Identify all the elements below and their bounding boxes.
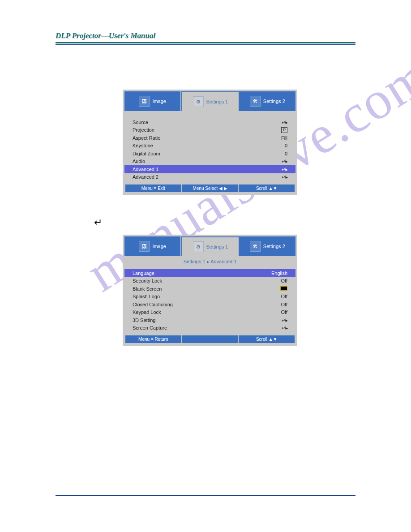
- menu-row-value: Off: [281, 302, 287, 307]
- menu-row-label: Audio: [133, 159, 145, 164]
- tab-settings2[interactable]: 🛠 Settings 2: [240, 91, 295, 111]
- menu-row[interactable]: Keypad LockOff: [124, 309, 295, 317]
- footer-rule: [56, 495, 355, 496]
- menu-row-value: 0: [285, 143, 287, 148]
- menu-row[interactable]: Splash LogoOff: [124, 293, 295, 301]
- menu-row-label: Digital Zoom: [133, 151, 160, 156]
- menu-row-label: Advanced 2: [133, 174, 158, 180]
- tab-image[interactable]: 🖼 Image: [124, 91, 181, 111]
- gear-icon: ⚙: [193, 241, 204, 252]
- menu-row[interactable]: Digital Zoom0: [124, 150, 295, 158]
- menu-row-value: Off: [281, 278, 287, 283]
- tab-label: Settings 1: [206, 99, 228, 104]
- osd2-navbar: Menu = Return Scroll ▲▼: [124, 335, 295, 344]
- tab-label: Settings 2: [263, 99, 285, 104]
- menu-row-value: [280, 286, 287, 292]
- header-rule-2: [56, 44, 355, 45]
- menu-row-label: Security Lock: [133, 278, 162, 283]
- page-header: DLP Projector—User's Manual: [56, 31, 355, 45]
- menu-row[interactable]: Advanced 2: [124, 173, 295, 181]
- menu-row[interactable]: Keystone0: [124, 142, 295, 150]
- menu-row[interactable]: ProjectionP: [124, 126, 295, 134]
- osd-tabs: 🖼 Image ⚙ Settings 1 🛠 Settings 2: [124, 91, 295, 111]
- menu-row[interactable]: Aspect RatioFill: [124, 134, 295, 142]
- osd1-menu-list: SourceProjectionPAspect RatioFillKeyston…: [124, 111, 295, 184]
- menu-row[interactable]: Blank Screen: [124, 285, 295, 293]
- menu-row-label: Keystone: [133, 143, 153, 148]
- enter-arrow-icon: ↵: [94, 217, 102, 228]
- menu-row-label: Language: [133, 270, 154, 276]
- page-title: DLP Projector—User's Manual: [56, 31, 355, 42]
- menu-row-label: Screen Capture: [133, 325, 167, 330]
- tab-settings2[interactable]: 🛠 Settings 2: [240, 236, 295, 256]
- tab-settings1[interactable]: ⚙ Settings 1: [181, 91, 239, 111]
- gear-icon: ⚙: [193, 96, 204, 107]
- menu-row-value: English: [271, 270, 287, 276]
- osd2-menu-list: LanguageEnglishSecurity LockOffBlank Scr…: [124, 266, 295, 335]
- menu-row[interactable]: Screen Capture: [124, 324, 295, 332]
- menu-row-value: P: [281, 127, 287, 133]
- menu-row-label: Closed Captioning: [133, 302, 173, 307]
- menu-row[interactable]: Advanced 1: [124, 165, 295, 173]
- menu-row[interactable]: LanguageEnglish: [124, 269, 295, 277]
- image-icon: 🖼: [139, 96, 150, 107]
- nav-exit[interactable]: Menu = Exit: [125, 184, 181, 192]
- menu-row[interactable]: Source: [124, 118, 295, 126]
- tab-label: Settings 2: [263, 244, 285, 249]
- menu-row-value: [282, 174, 287, 180]
- osd-menu-advanced1: 🖼 Image ⚙ Settings 1 🛠 Settings 2 Settin…: [123, 235, 297, 346]
- osd1-navbar: Menu = Exit Menu Select ◀ ▶ Scroll ▲▼: [124, 184, 295, 193]
- menu-row[interactable]: Closed CaptioningOff: [124, 300, 295, 309]
- menu-row-label: Advanced 1: [133, 167, 158, 172]
- breadcrumb: Settings 1 ▸ Advanced 1: [124, 256, 295, 266]
- tab-label: Image: [152, 244, 166, 249]
- menu-row-value: [282, 167, 287, 172]
- nav-empty: [182, 335, 238, 343]
- menu-row-value: Off: [281, 294, 287, 299]
- menu-row-label: 3D Setting: [133, 317, 155, 323]
- image-icon: 🖼: [139, 241, 150, 252]
- menu-row-value: 0: [285, 151, 287, 156]
- menu-row-value: [282, 317, 287, 323]
- menu-row[interactable]: 3D Setting: [124, 316, 295, 324]
- menu-row-label: Aspect Ratio: [133, 135, 160, 141]
- menu-row-label: Blank Screen: [133, 286, 162, 292]
- tools-icon: 🛠: [250, 241, 261, 252]
- osd-tabs: 🖼 Image ⚙ Settings 1 🛠 Settings 2: [124, 236, 295, 256]
- menu-row-label: Source: [133, 120, 148, 125]
- menu-row-label: Projection: [133, 127, 154, 133]
- nav-scroll[interactable]: Scroll ▲▼: [239, 184, 295, 192]
- nav-scroll[interactable]: Scroll ▲▼: [239, 335, 295, 343]
- nav-return[interactable]: Menu = Return: [125, 335, 181, 343]
- menu-row-label: Keypad Lock: [133, 309, 161, 315]
- menu-row-value: [282, 159, 287, 164]
- tools-icon: 🛠: [250, 96, 261, 107]
- osd-menu-settings1: 🖼 Image ⚙ Settings 1 🛠 Settings 2 Source…: [123, 90, 297, 195]
- menu-row-value: [282, 120, 287, 125]
- nav-menu-select[interactable]: Menu Select ◀ ▶: [182, 184, 238, 192]
- menu-row-value: Fill: [281, 135, 287, 141]
- menu-row-label: Splash Logo: [133, 294, 160, 299]
- tab-label: Settings 1: [206, 244, 228, 249]
- tab-label: Image: [152, 99, 166, 104]
- menu-row-value: Off: [281, 309, 287, 315]
- menu-row-value: [282, 325, 287, 330]
- menu-row[interactable]: Security LockOff: [124, 277, 295, 285]
- header-rule-1: [56, 42, 355, 43]
- tab-image[interactable]: 🖼 Image: [124, 236, 181, 256]
- tab-settings1[interactable]: ⚙ Settings 1: [181, 236, 239, 256]
- menu-row[interactable]: Audio: [124, 158, 295, 166]
